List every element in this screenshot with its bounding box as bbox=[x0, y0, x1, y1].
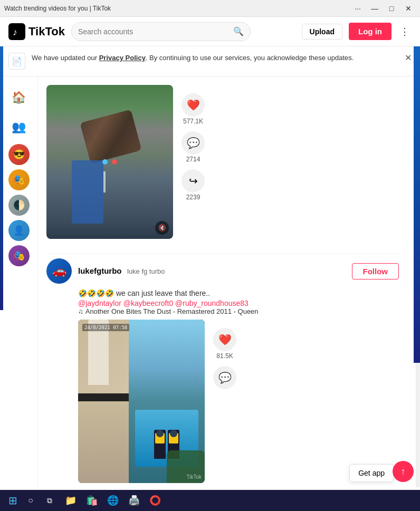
sidebar-item-friends[interactable]: 👥 bbox=[6, 114, 32, 140]
edge-icon: 🌐 bbox=[107, 495, 119, 506]
privacy-icon: 📄 bbox=[8, 53, 25, 70]
title-bar-maximize[interactable]: □ bbox=[384, 3, 399, 14]
comment-button-1[interactable]: 💬 2714 bbox=[182, 131, 205, 163]
share-icon: ↪ bbox=[182, 169, 205, 192]
title-bar-close[interactable]: ✕ bbox=[401, 3, 416, 14]
taskbar-search-icon: ○ bbox=[28, 496, 33, 505]
cam-timestamp: 24/8/2021 07:58 bbox=[82, 324, 129, 331]
heart-icon-2: ❤️ bbox=[213, 328, 236, 351]
share-count-1: 2239 bbox=[186, 194, 201, 201]
post-music: ♫ Another One Bites The Dust - Remastere… bbox=[78, 307, 399, 315]
video-thumbnail-1[interactable]: 🔇 bbox=[46, 85, 173, 239]
svg-text:♪: ♪ bbox=[13, 27, 17, 37]
comment-button-2[interactable]: 💬 bbox=[213, 366, 236, 389]
post-caption-2: 🤣🤣🤣🤣 we can just leave that there.. @jay… bbox=[46, 288, 399, 315]
sidebar-avatar-1[interactable]: 😎 bbox=[8, 144, 30, 165]
taskbar-app-store[interactable]: 🛍️ bbox=[82, 491, 101, 510]
taskbar-app-printer[interactable]: 🖨️ bbox=[125, 491, 144, 510]
title-bar: Watch trending videos for you | TikTok ·… bbox=[0, 0, 420, 17]
tiktok-app-icon: ⭕ bbox=[149, 495, 161, 506]
sidebar-avatar-3[interactable]: 🌓 bbox=[8, 195, 30, 216]
video-body-2: 24/8/2021 07:58 TikTok ❤️ 81.5K 💬 bbox=[46, 320, 399, 483]
search-bar[interactable]: 🔍 bbox=[71, 22, 251, 41]
mute-icon-1: 🔇 bbox=[155, 221, 169, 235]
logo-text: TikTok bbox=[28, 25, 65, 38]
sidebar-avatar-2[interactable]: 🎭 bbox=[8, 169, 30, 190]
post-mentions[interactable]: @jaydntaylor @kaybeecroft0 @ruby_roundho… bbox=[78, 299, 399, 307]
post-display-name: luke fg turbo bbox=[127, 267, 165, 275]
video-feed: 🔇 ❤️ 577.1K 💬 2714 bbox=[38, 76, 407, 487]
content-area: 🔇 ❤️ 577.1K 💬 2714 bbox=[38, 76, 416, 487]
privacy-text: We have updated our Privacy Policy. By c… bbox=[32, 53, 354, 63]
post-header-2: 🚗 lukefgturbo luke fg turbo Follow bbox=[46, 258, 399, 284]
taskbar-app-tiktok[interactable]: ⭕ bbox=[146, 491, 165, 510]
privacy-close-button[interactable]: ✕ bbox=[405, 53, 412, 63]
like-count-1: 577.1K bbox=[183, 118, 203, 125]
caption-text: 🤣🤣🤣🤣 we can just leave that there.. bbox=[78, 288, 399, 299]
logo-area[interactable]: ♪ TikTok bbox=[8, 23, 65, 40]
search-input[interactable] bbox=[78, 27, 229, 36]
blue-left-accent bbox=[0, 46, 3, 310]
store-icon: 🛍️ bbox=[86, 495, 98, 506]
comment-icon: 💬 bbox=[182, 131, 205, 155]
privacy-text-before: We have updated our bbox=[32, 54, 99, 62]
task-view-icon: ⧉ bbox=[47, 496, 52, 505]
taskbar-start-button[interactable]: ⊞ bbox=[4, 492, 21, 509]
privacy-policy-link[interactable]: Privacy Policy bbox=[99, 54, 146, 62]
sidebar-item-home[interactable]: 🏠 bbox=[6, 85, 32, 110]
privacy-text-after: . By continuing to use our services, you… bbox=[146, 54, 354, 62]
printer-icon: 🖨️ bbox=[128, 495, 140, 506]
taskbar: ⊞ ○ ⧉ 📁 🛍️ 🌐 🖨️ ⭕ bbox=[0, 490, 420, 511]
title-bar-title: Watch trending videos for you | TikTok bbox=[4, 5, 111, 12]
comment-icon-2: 💬 bbox=[213, 366, 236, 389]
scroll-to-top-button[interactable]: ↑ bbox=[393, 461, 414, 482]
tiktok-logo-icon: ♪ bbox=[8, 23, 25, 40]
video-thumbnail-2[interactable]: 24/8/2021 07:58 TikTok bbox=[78, 320, 205, 483]
title-bar-controls: ··· — □ ✕ bbox=[350, 3, 416, 14]
post-meta-2: lukefgturbo luke fg turbo bbox=[78, 266, 346, 276]
tiktok-watermark: TikTok bbox=[186, 474, 202, 480]
login-button[interactable]: Log in bbox=[349, 23, 392, 40]
blue-right-accent bbox=[414, 46, 420, 363]
get-app-button[interactable]: Get app bbox=[349, 464, 394, 482]
top-nav: ♪ TikTok 🔍 Upload Log in ⋮ bbox=[0, 17, 420, 46]
music-text: Another One Bites The Dust - Remastered … bbox=[85, 307, 259, 315]
like-button-1[interactable]: ❤️ 577.1K bbox=[182, 93, 205, 125]
search-icon: 🔍 bbox=[233, 26, 244, 36]
taskbar-app-explorer[interactable]: 📁 bbox=[61, 491, 80, 510]
music-note-icon: ♫ bbox=[78, 307, 83, 315]
share-button-1[interactable]: ↪ 2239 bbox=[182, 169, 205, 201]
like-button-2[interactable]: ❤️ 81.5K bbox=[213, 328, 236, 360]
main-layout: 🏠 👥 😎 🎭 🌓 👤 🎭 bbox=[0, 76, 420, 487]
taskbar-app-edge[interactable]: 🌐 bbox=[103, 491, 122, 510]
post-avatar-2[interactable]: 🚗 bbox=[46, 258, 72, 284]
privacy-banner: 📄 We have updated our Privacy Policy. By… bbox=[0, 46, 420, 76]
home-icon: 🏠 bbox=[12, 91, 26, 104]
upload-button[interactable]: Upload bbox=[302, 24, 342, 40]
post-username[interactable]: lukefgturbo bbox=[78, 266, 122, 275]
video-card-1: 🔇 ❤️ 577.1K 💬 2714 bbox=[46, 76, 399, 254]
sidebar-avatar-4[interactable]: 👤 bbox=[8, 220, 30, 241]
scroll-top-icon: ↑ bbox=[401, 466, 406, 477]
title-bar-more[interactable]: ··· bbox=[350, 3, 365, 14]
explorer-icon: 📁 bbox=[65, 495, 77, 506]
follow-button[interactable]: Follow bbox=[352, 263, 399, 279]
heart-icon: ❤️ bbox=[182, 93, 205, 117]
nav-right: Upload Log in ⋮ bbox=[302, 23, 412, 40]
like-count-2: 81.5K bbox=[216, 352, 233, 360]
video-actions-2: ❤️ 81.5K 💬 bbox=[213, 320, 236, 483]
windows-icon: ⊞ bbox=[8, 494, 17, 507]
video-card-2: 🚗 lukefgturbo luke fg turbo Follow 🤣🤣🤣🤣 … bbox=[46, 254, 399, 487]
taskbar-app-taskview[interactable]: ⧉ bbox=[40, 491, 59, 510]
sidebar-avatar-5[interactable]: 🎭 bbox=[8, 245, 30, 266]
more-menu-button[interactable]: ⋮ bbox=[398, 24, 412, 40]
video-actions-1: ❤️ 577.1K 💬 2714 ↪ 2239 bbox=[182, 85, 205, 201]
title-bar-left: Watch trending videos for you | TikTok bbox=[4, 5, 111, 12]
taskbar-search-button[interactable]: ○ bbox=[23, 493, 38, 508]
friends-icon: 👥 bbox=[12, 120, 26, 134]
comment-count-1: 2714 bbox=[186, 156, 201, 163]
title-bar-minimize[interactable]: — bbox=[367, 3, 382, 14]
sidebar: 🏠 👥 😎 🎭 🌓 👤 🎭 bbox=[0, 76, 38, 487]
